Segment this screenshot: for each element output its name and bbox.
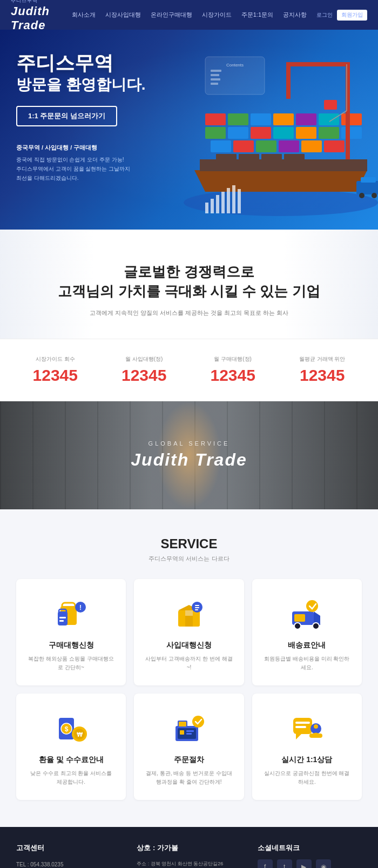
footer-address: 주소 : 경북 영천시 화산면 동산공단길26 사업자등록번호 : 103-05…	[137, 859, 241, 868]
svg-rect-16	[211, 140, 231, 152]
svg-rect-44	[238, 189, 241, 213]
svg-rect-82	[180, 730, 184, 735]
service-card-2[interactable]: 배송료안내 회원등급별 배송비용을 미리 확인하세요.	[252, 579, 362, 685]
svg-rect-7	[319, 113, 339, 125]
nav-auth: 로그인 회원가입	[316, 10, 367, 21]
stat-1: 월 사입대행(정) 12345	[122, 355, 166, 385]
svg-text:Contents: Contents	[226, 63, 244, 68]
banner-main: Judith Trade	[131, 450, 247, 470]
logo-main: Judith Trade	[11, 4, 72, 32]
svg-rect-6	[296, 113, 316, 125]
svg-rect-15	[341, 127, 362, 139]
footer-social-title: 소셜네트워크	[258, 843, 362, 853]
svg-rect-64	[195, 609, 198, 610]
service-card-4[interactable]: 주문절차 결제, 통관, 배송 등 번거로운 수입대행과정을 확 줄여 간단하게…	[134, 694, 244, 800]
stat-0: 시장가이드 회수 12345	[33, 355, 78, 385]
stat-2: 월 구매대행(정) 12345	[210, 355, 255, 385]
svg-rect-50	[62, 603, 75, 608]
svg-rect-17	[233, 140, 254, 152]
global-banner: GLOBAL SERVICE Judith Trade	[0, 401, 378, 509]
svg-rect-22	[216, 154, 237, 160]
svg-rect-63	[195, 607, 199, 608]
svg-rect-34	[211, 70, 221, 72]
hero-cta-button[interactable]: 1:1 주문문의 넘으러가기	[16, 106, 117, 126]
nav-inquiry[interactable]: 주문1:1문의	[241, 11, 273, 19]
nav-notice[interactable]: 공지사항	[283, 11, 307, 19]
svg-rect-3	[228, 113, 248, 125]
svg-point-81	[192, 716, 204, 728]
hero-category: 중국무역 / 사입대행 / 구매대행	[16, 143, 189, 153]
nav-online[interactable]: 온라인구매대행	[151, 11, 192, 19]
service-card-0[interactable]: ! 구매대행신청 복잡한 해외상품 쇼핑몰 구매대행으로 간단히~	[16, 579, 126, 685]
svg-point-48	[372, 193, 377, 198]
svg-rect-54	[59, 620, 64, 622]
social-youtube[interactable]: ▶	[296, 859, 312, 868]
header: 주디스무역 Judith Trade 회사소개 시장사입대행 온라인구매대행 시…	[0, 0, 378, 30]
service-card-title-4: 주문절차	[145, 755, 233, 765]
svg-rect-53	[59, 617, 66, 618]
service-card-desc-2: 회원등급별 배송비용을 미리 확인하세요.	[263, 655, 351, 672]
hero-desc-line3: 최선을 다해드리겠습니다.	[16, 173, 189, 183]
stat-value-0: 12345	[33, 366, 78, 385]
social-facebook[interactable]: f	[258, 859, 273, 868]
social-twitter[interactable]: t	[277, 859, 292, 868]
hero-content: 주디스무역 방문을 환영합니다. 1:1 주문문의 넘으러가기 중국무역 / 사…	[16, 51, 189, 183]
svg-rect-9	[205, 127, 226, 139]
nav-guide[interactable]: 시장가이드	[202, 11, 232, 19]
stat-value-3: 12345	[299, 366, 346, 385]
svg-rect-1	[200, 159, 367, 171]
stat-label-2: 월 구매대행(정)	[210, 355, 255, 363]
svg-marker-86	[296, 734, 301, 739]
hero-desc-line2: 주디스무역에서 고객이 꿈을 실현하는 그날까지	[16, 164, 189, 173]
hero-desc: 중국무역 / 사입대행 / 구매대행 중국에 직접 방문없이 손쉽게 오더 주문…	[16, 143, 189, 183]
footer: 고객센터 TEL : 054.338.0235 FAX : 0505-986-0…	[0, 827, 378, 868]
box-icon	[170, 595, 208, 633]
nav-market[interactable]: 시장사입대행	[105, 11, 141, 19]
service-desc: 주디스무역의 서비스는 다르다	[16, 555, 362, 563]
svg-rect-69	[294, 614, 305, 622]
svg-rect-37	[211, 83, 218, 85]
svg-rect-11	[251, 127, 271, 139]
svg-point-70	[306, 600, 318, 612]
svg-rect-23	[239, 154, 259, 160]
logo[interactable]: 주디스무역 Judith Trade	[11, 0, 72, 32]
svg-rect-14	[319, 127, 339, 139]
svg-rect-60	[185, 610, 193, 616]
svg-rect-31	[324, 100, 337, 110]
currency-icon: $ ₩	[52, 710, 90, 748]
svg-rect-43	[232, 185, 235, 213]
stat-label-0: 시장가이드 회수	[33, 355, 78, 363]
hero-title-line2: 방문을 환영합니다.	[16, 75, 189, 95]
footer-customer: 고객센터 TEL : 054.338.0235 FAX : 0505-986-0…	[16, 843, 120, 868]
about-title: 글로벌한 경쟁력으로 고객님의 가치를 극대화 시킬 수 있는 기업	[22, 262, 356, 301]
service-card-3[interactable]: $ ₩ 환율 및 수수료안내 낮은 수수료 최고의 환율 서비스를 제공합니다.	[16, 694, 126, 800]
svg-point-68	[313, 623, 319, 629]
service-card-desc-3: 낮은 수수료 최고의 환율 서비스를 제공합니다.	[27, 769, 115, 786]
svg-rect-25	[284, 154, 305, 160]
hero-title-line1: 주디스무역	[16, 51, 189, 75]
svg-text:!: !	[79, 604, 82, 611]
svg-point-90	[314, 724, 318, 729]
chat-icon	[288, 710, 326, 748]
service-card-desc-0: 복잡한 해외상품 쇼핑몰 구매대행으로 간단히~	[27, 655, 115, 672]
stats-section: 시장가이드 회수 12345 월 사입대행(정) 12345 월 구매대행(정)…	[0, 339, 378, 401]
svg-rect-91	[309, 734, 322, 738]
service-card-title-2: 배송료안내	[263, 641, 351, 650]
svg-point-67	[294, 623, 301, 629]
about-highlight: 고객님의 가치를 극대화	[58, 283, 206, 299]
shopping-icon: !	[52, 595, 90, 633]
service-card-5[interactable]: 실시간 1:1상담 실시간으로 궁금하신점 한번에 해결하세요.	[252, 694, 362, 800]
service-card-title-5: 실시간 1:1상담	[263, 755, 351, 765]
svg-rect-87	[295, 722, 310, 724]
social-icons: f t ▶ ◉	[258, 859, 362, 868]
nav-about[interactable]: 회사소개	[72, 11, 96, 19]
svg-rect-40	[216, 195, 219, 213]
login-link[interactable]: 로그인	[316, 11, 333, 19]
svg-rect-41	[221, 192, 225, 213]
banner-sub: GLOBAL SERVICE	[131, 440, 247, 447]
join-button[interactable]: 회원가입	[337, 10, 367, 21]
svg-rect-2	[205, 113, 226, 125]
service-card-1[interactable]: 사입대행신청 사입부터 고객배송까지 한 번에 해결~!	[134, 579, 244, 685]
social-instagram[interactable]: ◉	[316, 859, 331, 868]
svg-rect-84	[186, 733, 192, 735]
